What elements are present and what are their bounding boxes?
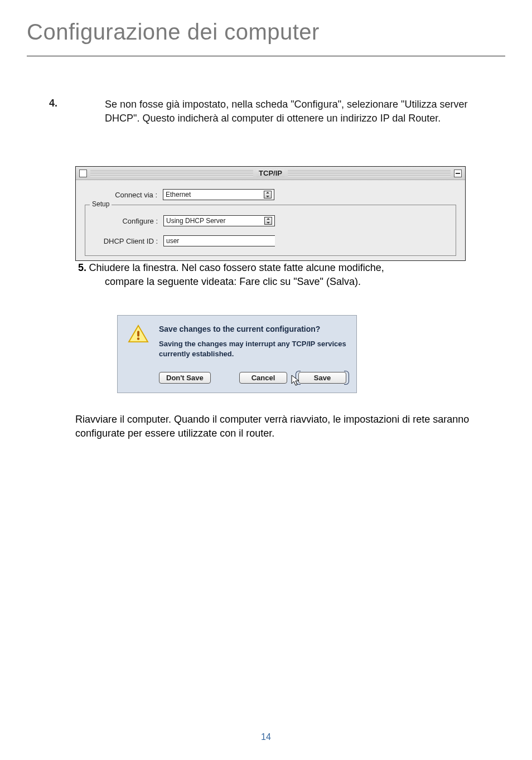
page-number: 14 xyxy=(0,732,532,742)
chevron-updown-icon xyxy=(264,191,272,199)
step-5-text-b: compare la seguente videata: Fare clic s… xyxy=(105,275,471,289)
cursor-icon xyxy=(291,374,301,386)
close-icon[interactable] xyxy=(79,170,87,177)
title-rule xyxy=(27,56,505,56)
connect-via-value: Ethernet xyxy=(166,191,191,199)
tcpip-titlebar: TCP/IP xyxy=(76,167,465,180)
save-dialog: Save changes to the current configuratio… xyxy=(117,315,357,393)
page-title: Configurazione dei computer xyxy=(27,20,320,45)
setup-legend: Setup xyxy=(90,200,112,208)
chevron-updown-icon xyxy=(264,217,272,225)
tcpip-title: TCP/IP xyxy=(257,169,284,177)
step-5-text-a: Chiudere la finestra. Nel caso fossero s… xyxy=(89,262,384,273)
titlebar-lines-icon xyxy=(90,170,253,177)
tcpip-window: TCP/IP Connect via : Ethernet Setup Conf… xyxy=(75,166,466,261)
cancel-button[interactable]: Cancel xyxy=(239,372,287,384)
tcpip-body: Connect via : Ethernet Setup Configure :… xyxy=(76,180,465,260)
step-4-number: 4. xyxy=(49,98,57,109)
dialog-heading: Save changes to the current configuratio… xyxy=(159,325,346,333)
configure-label: Configure : xyxy=(85,217,163,225)
step-4-text: Se non fosse già impostato, nella scheda… xyxy=(105,98,471,125)
connect-via-select[interactable]: Ethernet xyxy=(163,189,274,200)
connect-via-label: Connect via : xyxy=(85,191,163,199)
svg-point-1 xyxy=(137,337,139,340)
dialog-subtext: Saving the changes may interrupt any TCP… xyxy=(159,339,346,359)
configure-select[interactable]: Using DHCP Server xyxy=(163,215,275,226)
dhcp-client-id-label: DHCP Client ID : xyxy=(85,237,163,245)
setup-fieldset: Setup Configure : Using DHCP Server DHCP… xyxy=(85,205,456,256)
warning-icon xyxy=(128,325,149,343)
step-5: 5. Chiudere la finestra. Nel caso fosser… xyxy=(78,261,471,289)
step-4: 4. Se non fosse già impostato, nella sch… xyxy=(78,98,471,125)
final-paragraph: Riavviare il computer. Quando il compute… xyxy=(75,413,493,440)
titlebar-lines-icon xyxy=(288,170,451,177)
dhcp-client-id-input[interactable]: user xyxy=(163,235,275,246)
collapse-icon[interactable] xyxy=(454,170,462,177)
save-button[interactable]: Save xyxy=(298,372,346,384)
svg-rect-0 xyxy=(137,331,139,336)
configure-value: Using DHCP Server xyxy=(166,217,225,225)
dont-save-button[interactable]: Don't Save xyxy=(159,372,211,384)
step-5-number: 5. xyxy=(78,262,86,273)
dhcp-client-id-value: user xyxy=(166,237,179,245)
